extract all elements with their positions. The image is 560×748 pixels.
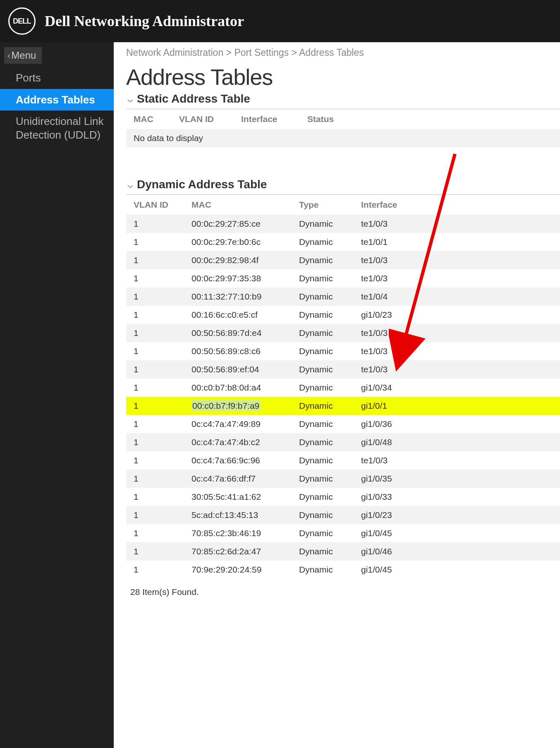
cell-mac: 0c:c4:7a:66:9c:96 [184,451,292,470]
items-found-label: 28 Item(s) Found. [126,579,560,597]
cell-vlanid: 1 [126,324,184,342]
dynamic-table-header[interactable]: ⌄ Dynamic Address Table [126,176,560,195]
table-row[interactable]: 100:c0:b7:f9:b7:a9Dynamicgi1/0/1 [126,397,560,415]
col-mac[interactable]: MAC [184,195,292,215]
cell-mac: 70:85:c2:6d:2a:47 [184,542,292,561]
cell-mac: 30:05:5c:41:a1:62 [184,488,292,506]
cell-vlanid: 1 [126,415,184,433]
sidebar-item-ports[interactable]: Ports [0,67,114,89]
table-row[interactable]: 10c:c4:7a:47:49:89Dynamicgi1/0/36 [126,415,560,433]
cell-interface: te1/0/3 [354,342,560,360]
cell-vlanid: 1 [126,524,184,542]
table-row[interactable]: 100:50:56:89:7d:e4Dynamicte1/0/3 [126,324,560,342]
static-address-table: MAC VLAN ID Interface Status No data to … [126,109,560,147]
menu-button-label: Menu [11,50,36,61]
cell-type: Dynamic [292,524,354,542]
cell-type: Dynamic [292,360,354,379]
cell-type: Dynamic [292,561,354,579]
cell-interface: gi1/0/35 [354,470,560,488]
sidebar-item-address-tables[interactable]: Address Tables [0,89,114,111]
cell-mac: 0c:c4:7a:66:df:f7 [184,470,292,488]
table-row[interactable]: 100:0c:29:27:85:ceDynamicte1/0/3 [126,215,560,233]
static-table-header[interactable]: ⌄ Static Address Table [126,91,560,109]
chevron-down-icon: ⌄ [125,179,136,190]
table-row[interactable]: 170:85:c2:6d:2a:47Dynamicgi1/0/46 [126,542,560,561]
cell-vlanid: 1 [126,233,184,251]
cell-vlanid: 1 [126,215,184,233]
cell-type: Dynamic [292,306,354,324]
cell-type: Dynamic [292,324,354,342]
cell-vlanid: 1 [126,360,184,379]
col-vlanid[interactable]: VLAN ID [126,195,184,215]
cell-mac: 00:0c:29:27:85:ce [184,215,292,233]
table-row[interactable]: 100:0c:29:97:35:38Dynamicte1/0/3 [126,269,560,288]
cell-type: Dynamic [292,233,354,251]
col-vlanid[interactable]: VLAN ID [172,109,234,129]
dynamic-table-title: Dynamic Address Table [137,178,267,191]
cell-mac: 00:0c:29:97:35:38 [184,269,292,288]
table-row[interactable]: 100:50:56:89:ef:04Dynamicte1/0/3 [126,360,560,379]
sidebar-item-unidirectional-link-detection-udld[interactable]: Unidirectional Link Detection (UDLD) [0,110,114,146]
table-row[interactable]: 10c:c4:7a:66:df:f7Dynamicgi1/0/35 [126,470,560,488]
cell-type: Dynamic [292,379,354,397]
cell-interface: te1/0/3 [354,360,560,379]
cell-type: Dynamic [292,470,354,488]
page-title: Address Tables [126,64,560,90]
static-table-nodata: No data to display [126,129,560,147]
cell-mac: 00:50:56:89:ef:04 [184,360,292,379]
cell-vlanid: 1 [126,342,184,360]
col-interface[interactable]: Interface [354,195,560,215]
col-mac[interactable]: MAC [126,109,172,129]
cell-interface: gi1/0/34 [354,379,560,397]
col-status[interactable]: Status [300,109,560,129]
table-row[interactable]: 100:11:32:77:10:b9Dynamicte1/0/4 [126,288,560,306]
cell-interface: gi1/0/23 [354,306,560,324]
cell-type: Dynamic [292,288,354,306]
table-row[interactable]: 170:85:c2:3b:46:19Dynamicgi1/0/45 [126,524,560,542]
dynamic-address-table: VLAN ID MAC Type Interface 100:0c:29:27:… [126,195,560,579]
cell-mac: 00:c0:b7:b8:0d:a4 [184,379,292,397]
table-row[interactable]: 100:16:6c:c0:e5:cfDynamicgi1/0/23 [126,306,560,324]
cell-type: Dynamic [292,251,354,269]
table-row[interactable]: 15c:ad:cf:13:45:13Dynamicgi1/0/23 [126,506,560,524]
table-row[interactable]: 130:05:5c:41:a1:62Dynamicgi1/0/33 [126,488,560,506]
cell-vlanid: 1 [126,379,184,397]
cell-vlanid: 1 [126,488,184,506]
cell-vlanid: 1 [126,433,184,451]
cell-mac: 00:50:56:89:7d:e4 [184,324,292,342]
col-type[interactable]: Type [292,195,354,215]
table-row[interactable]: 100:50:56:89:c8:c6Dynamicte1/0/3 [126,342,560,360]
chevron-down-icon: ⌄ [125,93,136,105]
table-row[interactable]: 100:0c:29:7e:b0:6cDynamicte1/0/1 [126,233,560,251]
menu-button[interactable]: ‹Menu [4,47,42,64]
cell-mac: 00:11:32:77:10:b9 [184,288,292,306]
table-row[interactable]: 10c:c4:7a:66:9c:96Dynamicte1/0/3 [126,451,560,470]
dell-logo-text: DELL [13,17,31,26]
cell-vlanid: 1 [126,542,184,561]
cell-type: Dynamic [292,342,354,360]
cell-vlanid: 1 [126,470,184,488]
cell-mac: 5c:ad:cf:13:45:13 [184,506,292,524]
cell-mac: 00:c0:b7:f9:b7:a9 [184,397,292,415]
cell-mac: 0c:c4:7a:47:49:89 [184,415,292,433]
table-row[interactable]: 100:c0:b7:b8:0d:a4Dynamicgi1/0/34 [126,379,560,397]
cell-interface: gi1/0/33 [354,488,560,506]
chevron-left-icon: ‹ [7,50,10,61]
cell-vlanid: 1 [126,506,184,524]
cell-mac: 00:0c:29:82:98:4f [184,251,292,269]
table-row[interactable]: 100:0c:29:82:98:4fDynamicte1/0/3 [126,251,560,269]
static-table-title: Static Address Table [137,92,250,105]
cell-type: Dynamic [292,433,354,451]
cell-interface: gi1/0/46 [354,542,560,561]
table-row[interactable]: 10c:c4:7a:47:4b:c2Dynamicgi1/0/48 [126,433,560,451]
cell-interface: gi1/0/45 [354,561,560,579]
cell-mac: 00:50:56:89:c8:c6 [184,342,292,360]
cell-vlanid: 1 [126,561,184,579]
cell-interface: gi1/0/36 [354,415,560,433]
cell-mac: 70:85:c2:3b:46:19 [184,524,292,542]
table-row[interactable]: 170:9e:29:20:24:59Dynamicgi1/0/45 [126,561,560,579]
cell-vlanid: 1 [126,251,184,269]
cell-type: Dynamic [292,215,354,233]
col-interface[interactable]: Interface [234,109,300,129]
sidebar: ‹Menu PortsAddress TablesUnidirectional … [0,42,114,748]
